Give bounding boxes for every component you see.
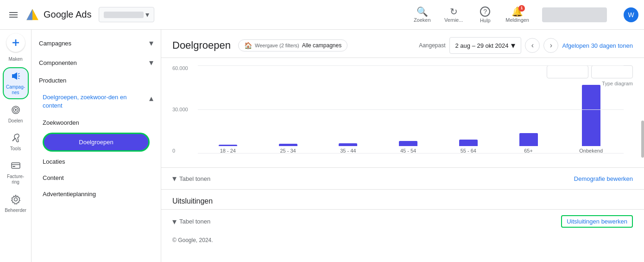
campagnes-nav-label: Campag-nes [6,84,25,96]
google-ads-logo-icon [25,7,40,22]
doelgroepen-chevron-up-icon: ▴ [149,93,153,103]
notifications-button[interactable]: 🔔 1 Meldingen [505,7,529,23]
grid-line-top [198,65,624,66]
tabel-tonen-2[interactable]: ▾ Tabel tonen [172,217,210,227]
tools-icon [11,133,21,145]
date-label: Aangepast [419,42,445,49]
beheerder-label: Beheerder [5,208,26,213]
home-icon: 🏠 [244,42,252,49]
filter-chip-label: Alle campagnes [302,42,341,49]
uitsluitingen-title: Uitsluitingen [172,197,213,205]
sidebar-zoekwoorden-label: Zoekwoorden [43,119,79,126]
sidebar-doelgroepen-link[interactable]: Doelgroepen, zoekwoor-den en content ▴ [32,89,161,115]
svg-line-8 [18,78,19,79]
user-info-area [542,7,607,22]
refresh-label: Vernie... [444,17,463,23]
sidebar-zoekwoorden[interactable]: Zoekwoorden [32,115,161,131]
tabel-tonen-label-1: Tabel tonen [179,175,210,182]
sidebar-doelgroepen-active-btn[interactable]: Doelgroepen [43,133,150,152]
help-button[interactable]: ? Hulp [474,6,496,23]
sidebar-advertentieplanning-label: Advertentieplanning [43,191,96,198]
doelen-label: Doelen [8,118,23,123]
footer-text: © Google, 2024. [172,237,213,243]
sidebar-doelgroepen-btn-wrapper: Doelgroepen [37,133,155,152]
tabel-chevron-icon-1: ▾ [172,173,177,184]
svg-line-12 [13,138,15,141]
sidebar-item-facturering[interactable]: Facture-ring [3,157,29,189]
filter-label: Weergave (2 filters) [255,43,299,48]
search-button[interactable]: 🔍 Zoeken [411,7,433,23]
svg-line-6 [18,73,19,74]
megaphone-icon [11,71,21,81]
sidebar-campagnes-header[interactable]: Campagnes ▾ [32,33,161,53]
tabel-tonen-1[interactable]: ▾ Tabel tonen [172,173,210,184]
header-actions: 🔍 Zoeken ↻ Vernie... ? Hulp 🔔 1 Meldinge… [411,6,638,23]
svg-marker-1 [26,9,32,20]
wrench-icon [11,133,21,143]
y-label-0: 0 [172,148,198,153]
sidebar-section-campagnes: Campagnes ▾ [32,33,161,53]
account-selector[interactable]: ▾ [99,7,154,22]
chart-section: Type diagram 60.000 30.000 0 [161,58,644,167]
refresh-button[interactable]: ↻ Vernie... [442,7,465,23]
sidebar-producten-label: Producten [39,77,66,84]
campagnes-icon [11,71,21,83]
sidebar-locaties-label: Locaties [43,158,65,165]
sidebar-advertentieplanning[interactable]: Advertentieplanning [32,186,161,202]
sidebar-componenten-header[interactable]: Componenten ▾ [32,53,161,72]
make-button[interactable] [6,33,25,52]
svg-rect-13 [12,163,20,168]
facturering-label: Facture-ring [7,174,24,185]
y-label-30000: 30.000 [172,107,198,112]
date-range-button[interactable]: 2 aug – 29 okt 2024 ▾ [449,37,522,54]
notifications-icon: 🔔 1 [511,7,523,16]
header-right: Aangepast 2 aug – 29 okt 2024 ▾ ‹ › Afge… [419,37,633,54]
componenten-chevron-icon: ▾ [149,58,153,68]
tabel-toggle-row-1: ▾ Tabel tonen Demografie bewerken [161,167,644,189]
make-area: Maken [6,33,25,62]
sidebar-section-componenten: Componenten ▾ [32,53,161,72]
chart-container: Type diagram 60.000 30.000 0 [172,65,633,167]
grid-lines [198,65,624,153]
make-label: Maken [8,57,22,62]
account-chevron-icon: ▾ [145,10,149,19]
notifications-label: Meldingen [505,17,529,23]
bars-container: 18 - 24 25 - 34 35 - 44 45 [198,65,624,153]
app-title: Google Ads [44,9,91,20]
sidebar-item-campagnes[interactable]: Campag-nes [3,67,29,99]
sidebar-producten-header[interactable]: Producten [32,72,161,89]
date-range-label: 2 aug – 29 okt 2024 [455,42,509,49]
tabel-chevron-icon-2: ▾ [172,217,177,227]
prev-date-button[interactable]: ‹ [525,38,540,53]
refresh-icon: ↻ [450,7,458,16]
next-date-button[interactable]: › [543,38,558,53]
svg-rect-5 [12,74,14,78]
page-title: Doelgroepen [172,39,231,51]
grid-line-mid [198,109,624,110]
gear-icon [11,194,21,204]
page-footer: © Google, 2024. [161,233,644,247]
help-icon: ? [480,6,490,17]
svg-rect-15 [13,166,15,167]
facturering-icon [11,160,21,173]
svg-point-11 [15,109,17,111]
sidebar-content[interactable]: Content [32,170,161,186]
y-axis: 60.000 30.000 0 [172,65,198,153]
sidebar-componenten-label: Componenten [39,59,77,66]
hamburger-button[interactable] [6,7,21,23]
sidebar-campagnes-label: Campagnes [39,40,71,47]
tools-label: Tools [10,146,21,151]
campagnes-chevron-icon: ▾ [149,38,153,48]
uitsluitingen-bewerken-link[interactable]: Uitsluitingen bewerken [561,215,633,228]
target-icon [11,105,21,115]
last-30-link[interactable]: Afgelopen 30 dagen tonen [562,42,633,49]
sidebar-item-beheerder[interactable]: Beheerder [3,191,29,217]
user-avatar[interactable]: W [624,7,638,22]
sidebar-section-producten: Producten Doelgroepen, zoekwoor-den en c… [32,72,161,202]
sidebar-item-doelen[interactable]: Doelen [3,101,29,127]
sidebar-item-tools[interactable]: Tools [3,129,29,155]
filter-chip[interactable]: 🏠 Weergave (2 filters) Alle campagnes [238,39,347,51]
sidebar-locaties[interactable]: Locaties [32,153,161,170]
demografie-bewerken-link[interactable]: Demografie bewerken [574,175,633,182]
plus-icon [11,38,20,47]
